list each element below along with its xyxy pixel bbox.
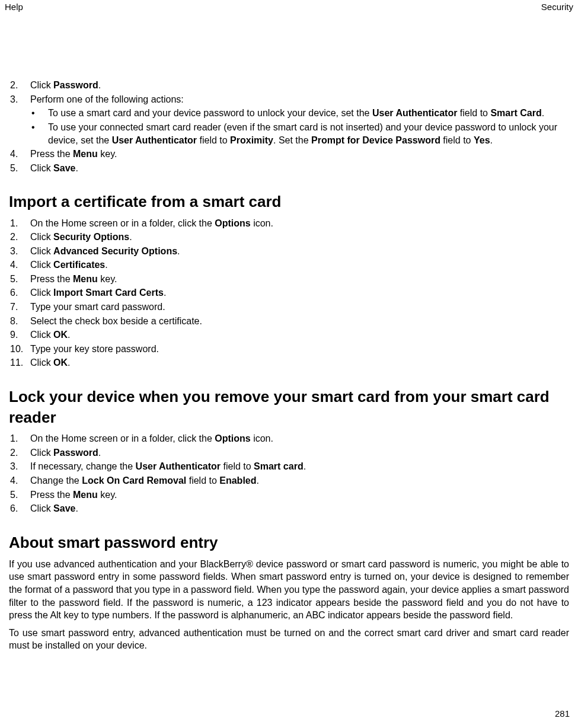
- step-number: 2.: [9, 79, 30, 92]
- steps-lock-device: 1.On the Home screen or in a folder, cli…: [9, 432, 569, 516]
- page-header: Help Security: [0, 0, 578, 13]
- step-item: 4.Change the Lock On Card Removal field …: [9, 474, 569, 488]
- step-text: Select the check box beside a certificat…: [30, 315, 569, 328]
- step-item: 3. Perform one of the following actions:: [9, 92, 569, 107]
- step-text: On the Home screen or in a folder, click…: [30, 432, 569, 445]
- step-number: 4.: [9, 258, 30, 272]
- step-item: 4. Press the Menu key.: [9, 147, 569, 161]
- step-number: 4.: [9, 474, 30, 487]
- step-item: 2.Click Security Options.: [9, 230, 569, 244]
- step-item: 2.Click Password.: [9, 446, 569, 460]
- sub-bullets: • To use a smart card and your device pa…: [9, 106, 569, 147]
- step-item: 5.Press the Menu key.: [9, 488, 569, 502]
- steps-intro: 2. Click Password. 3. Perform one of the…: [9, 78, 569, 106]
- step-text: Click Password.: [30, 79, 569, 92]
- header-right: Security: [541, 1, 573, 13]
- step-text: Click OK.: [30, 328, 569, 341]
- step-number: 10.: [9, 343, 30, 356]
- step-number: 3.: [9, 93, 30, 106]
- step-number: 3.: [9, 460, 30, 473]
- step-item: 7.Type your smart card password.: [9, 300, 569, 314]
- step-item: 3.Click Advanced Security Options.: [9, 244, 569, 258]
- heading-lock-device: Lock your device when you remove your sm…: [9, 387, 569, 428]
- step-number: 5.: [9, 162, 30, 175]
- step-text: Click OK.: [30, 356, 569, 369]
- step-text: Perform one of the following actions:: [30, 93, 569, 106]
- step-item: 5.Press the Menu key.: [9, 272, 569, 286]
- step-text: Type your key store password.: [30, 343, 569, 356]
- step-number: 4.: [9, 148, 30, 161]
- header-left: Help: [5, 1, 23, 13]
- step-item: 4.Click Certificates.: [9, 258, 569, 272]
- step-number: 3.: [9, 245, 30, 258]
- step-item: 2. Click Password.: [9, 78, 569, 92]
- step-number: 2.: [9, 231, 30, 244]
- step-item: 5. Click Save.: [9, 161, 569, 175]
- step-item: 1.On the Home screen or in a folder, cli…: [9, 216, 569, 231]
- step-item: 6.Click Save.: [9, 502, 569, 516]
- heading-smart-password-entry: About smart password entry: [9, 532, 569, 553]
- step-item: 8.Select the check box beside a certific…: [9, 314, 569, 328]
- step-text: Click Save.: [30, 162, 569, 175]
- steps-import-cert: 1.On the Home screen or in a folder, cli…: [9, 216, 569, 371]
- bullet-item: • To use your connected smart card reade…: [30, 120, 569, 147]
- step-text: Click Certificates.: [30, 258, 569, 272]
- heading-import-cert: Import a certificate from a smart card: [9, 191, 569, 212]
- step-item: 9.Click OK.: [9, 328, 569, 342]
- step-number: 7.: [9, 301, 30, 314]
- paragraph: If you use advanced authentication and y…: [9, 558, 569, 622]
- step-item: 11.Click OK.: [9, 356, 569, 370]
- step-text: Press the Menu key.: [30, 273, 569, 286]
- step-number: 5.: [9, 273, 30, 286]
- steps-intro-cont: 4. Press the Menu key. 5. Click Save.: [9, 147, 569, 175]
- page-content: 2. Click Password. 3. Perform one of the…: [0, 13, 578, 652]
- bullet-dot: •: [30, 121, 48, 134]
- step-text: Press the Menu key.: [30, 488, 569, 502]
- step-number: 1.: [9, 432, 30, 445]
- step-text: Type your smart card password.: [30, 301, 569, 314]
- step-item: 1.On the Home screen or in a folder, cli…: [9, 432, 569, 446]
- step-number: 6.: [9, 286, 30, 299]
- step-text: On the Home screen or in a folder, click…: [30, 217, 569, 230]
- page: Help Security 2. Click Password. 3. Perf…: [0, 0, 578, 728]
- step-number: 8.: [9, 315, 30, 328]
- step-text: Click Import Smart Card Certs.: [30, 286, 569, 299]
- paragraph: To use smart password entry, advanced au…: [9, 627, 569, 652]
- step-item: 10.Type your key store password.: [9, 342, 569, 356]
- step-text: Click Advanced Security Options.: [30, 245, 569, 258]
- step-item: 6.Click Import Smart Card Certs.: [9, 286, 569, 300]
- step-text: Click Save.: [30, 502, 569, 515]
- bullet-item: • To use a smart card and your device pa…: [30, 106, 569, 120]
- step-number: 5.: [9, 488, 30, 502]
- bullet-text: To use your connected smart card reader …: [48, 121, 569, 146]
- step-item: 3.If necessary, change the User Authenti…: [9, 459, 569, 474]
- step-number: 2.: [9, 446, 30, 459]
- step-number: 6.: [9, 502, 30, 515]
- step-text: If necessary, change the User Authentica…: [30, 460, 569, 473]
- bullet-dot: •: [30, 107, 48, 120]
- step-number: 11.: [9, 356, 30, 369]
- page-number: 281: [555, 708, 570, 720]
- step-text: Press the Menu key.: [30, 148, 569, 161]
- step-text: Click Password.: [30, 446, 569, 459]
- bullet-text: To use a smart card and your device pass…: [48, 107, 569, 120]
- step-text: Change the Lock On Card Removal field to…: [30, 474, 569, 487]
- step-number: 9.: [9, 328, 30, 341]
- step-number: 1.: [9, 217, 30, 230]
- step-text: Click Security Options.: [30, 231, 569, 244]
